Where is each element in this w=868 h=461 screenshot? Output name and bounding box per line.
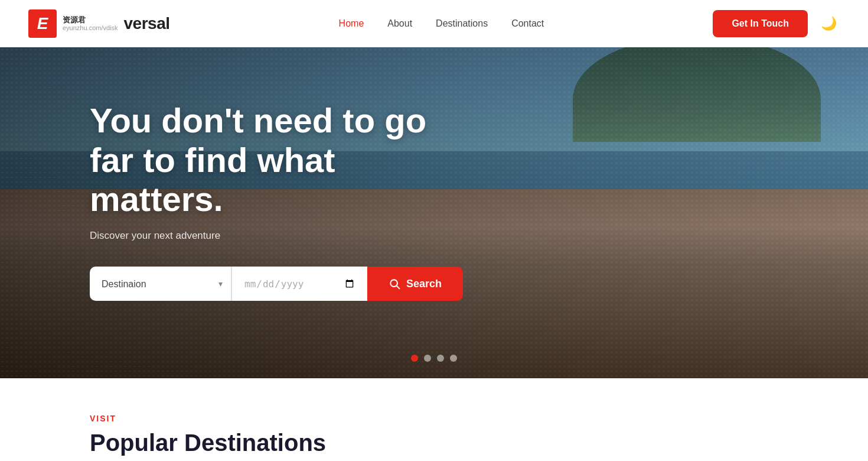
carousel-dots xyxy=(0,355,868,362)
hero-section: You don't need to go far to find what ma… xyxy=(0,0,868,378)
nav-item-home[interactable]: Home xyxy=(339,18,364,29)
hero-content: You don't need to go far to find what ma… xyxy=(0,101,449,301)
logo-brand-name: versal xyxy=(124,14,170,33)
carousel-dot-4[interactable] xyxy=(450,355,457,362)
search-button[interactable]: Search xyxy=(367,267,463,301)
logo-subdomain: eyunzhu.com/vdisk xyxy=(63,24,118,31)
popular-destinations-title: Popular Destinations xyxy=(90,429,778,456)
destination-select-wrapper: Destinaion Paris Tokyo New York Dubai ▾ xyxy=(90,267,231,301)
moon-icon: 🌙 xyxy=(821,16,837,31)
logo-link[interactable]: E 资源君 eyunzhu.com/vdisk versal xyxy=(28,9,170,38)
logo-text: 资源君 eyunzhu.com/vdisk xyxy=(63,16,118,31)
visit-label: VISIT xyxy=(90,414,778,423)
svg-line-1 xyxy=(397,286,400,289)
logo-chinese-name: 资源君 xyxy=(63,16,118,24)
search-icon xyxy=(389,278,400,290)
navbar-actions: Get In Touch 🌙 xyxy=(713,10,840,37)
get-in-touch-button[interactable]: Get In Touch xyxy=(713,10,808,37)
navbar: E 资源君 eyunzhu.com/vdisk versal Home Abou… xyxy=(0,0,868,47)
search-bar: Destinaion Paris Tokyo New York Dubai ▾ … xyxy=(90,267,449,301)
nav-item-contact[interactable]: Contact xyxy=(511,18,544,29)
hero-title: You don't need to go far to find what ma… xyxy=(90,101,449,219)
nav-link-home[interactable]: Home xyxy=(339,18,364,28)
carousel-dot-2[interactable] xyxy=(424,355,431,362)
destination-select[interactable]: Destinaion Paris Tokyo New York Dubai xyxy=(102,267,219,301)
carousel-dot-1[interactable] xyxy=(411,355,418,362)
dark-mode-toggle-button[interactable]: 🌙 xyxy=(818,13,840,34)
nav-link-contact[interactable]: Contact xyxy=(511,18,544,28)
date-input-wrapper xyxy=(231,267,367,301)
nav-item-destinations[interactable]: Destinations xyxy=(436,18,488,29)
nav-item-about[interactable]: About xyxy=(387,18,412,29)
logo-icon: E xyxy=(28,9,57,38)
carousel-dot-3[interactable] xyxy=(437,355,444,362)
below-hero-section: VISIT Popular Destinations xyxy=(0,378,868,456)
nav-link-destinations[interactable]: Destinations xyxy=(436,18,488,28)
nav-link-about[interactable]: About xyxy=(387,18,412,28)
search-button-label: Search xyxy=(406,278,442,290)
nav-menu: Home About Destinations Contact xyxy=(339,18,544,29)
hero-subtitle: Discover your next adventure xyxy=(90,230,449,242)
date-input[interactable] xyxy=(244,267,355,301)
chevron-down-icon: ▾ xyxy=(218,279,223,288)
